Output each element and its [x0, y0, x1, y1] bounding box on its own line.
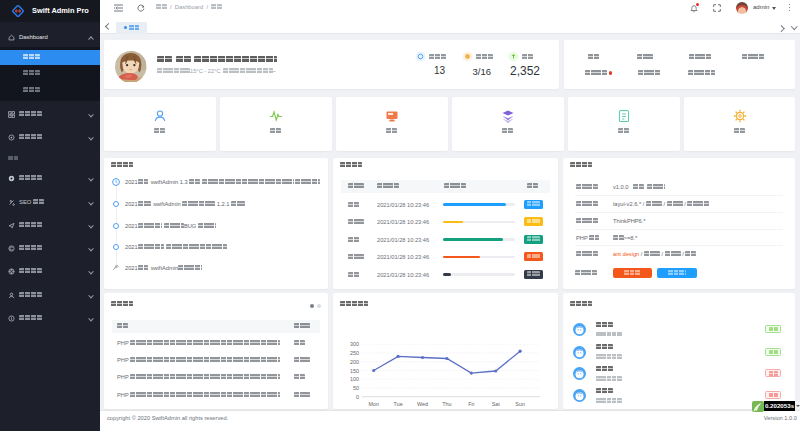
svg-text:Mon: Mon	[368, 401, 379, 407]
svg-text:Wed: Wed	[417, 401, 428, 407]
svg-text:200: 200	[350, 359, 359, 365]
svg-text:Sun: Sun	[515, 401, 525, 407]
svg-text:Fri: Fri	[468, 401, 474, 407]
svg-text:300: 300	[350, 341, 359, 347]
svg-text:Thu: Thu	[442, 401, 451, 407]
svg-text:250: 250	[350, 350, 359, 356]
svg-text:50: 50	[353, 385, 359, 391]
svg-text:Tue: Tue	[394, 401, 403, 407]
svg-text:100: 100	[350, 376, 359, 382]
svg-text:0: 0	[356, 394, 359, 400]
svg-text:150: 150	[350, 368, 359, 374]
svg-text:Sat: Sat	[492, 401, 501, 407]
